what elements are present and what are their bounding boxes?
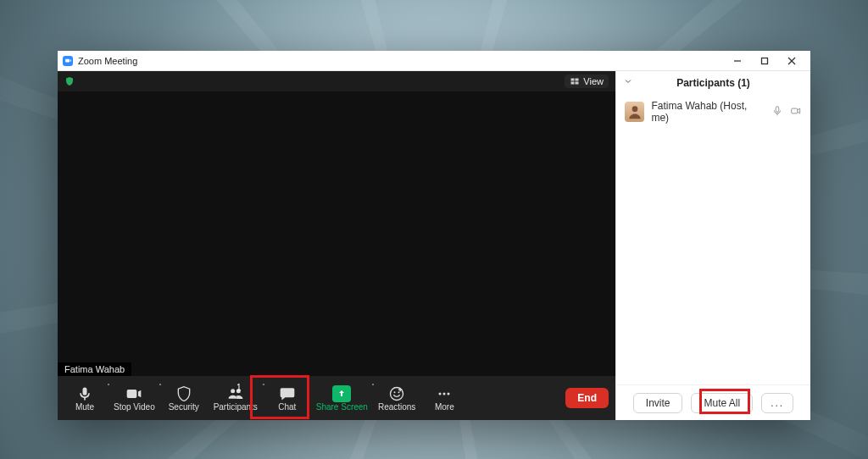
mute-button[interactable]: Mute ˄ <box>61 378 108 418</box>
encryption-shield-icon[interactable] <box>64 76 75 86</box>
window-close-button[interactable] <box>778 51 805 71</box>
zoom-app-icon <box>63 56 73 66</box>
svg-point-14 <box>632 106 637 112</box>
zoom-window: Zoom Meeting View <box>58 51 810 420</box>
invite-button[interactable]: Invite <box>633 393 683 413</box>
svg-point-10 <box>398 391 400 393</box>
more-label: More <box>435 402 454 412</box>
participants-button[interactable]: 1 Participants ˄ <box>208 378 264 418</box>
security-label: Security <box>169 402 199 412</box>
share-screen-icon <box>332 385 351 402</box>
collapse-panel-button[interactable] <box>623 76 633 88</box>
window-title: Zoom Meeting <box>78 56 137 66</box>
participant-row[interactable]: Fatima Wahab (Host, me) <box>616 95 810 129</box>
participants-more-button[interactable]: ... <box>761 393 793 413</box>
participant-name: Fatima Wahab (Host, me) <box>651 100 765 124</box>
meeting-toolbar: Mute ˄ Stop Video ˄ Security <box>58 376 615 420</box>
svg-rect-16 <box>792 108 798 113</box>
titlebar: Zoom Meeting <box>58 51 810 71</box>
svg-rect-5 <box>576 79 579 81</box>
participant-count-badge: 1 <box>236 383 242 392</box>
stop-video-label: Stop Video <box>114 402 155 412</box>
share-screen-button[interactable]: Share Screen ˄ <box>311 378 373 418</box>
svg-point-12 <box>443 392 446 395</box>
participants-panel-header: Participants (1) <box>616 71 810 95</box>
reactions-button[interactable]: Reactions <box>373 378 420 418</box>
svg-rect-15 <box>776 106 779 111</box>
svg-point-11 <box>439 392 442 395</box>
window-maximize-button[interactable] <box>751 51 778 71</box>
mute-all-button[interactable]: Mute All <box>691 393 753 413</box>
mute-label: Mute <box>75 402 94 412</box>
view-button[interactable]: View <box>565 75 609 88</box>
video-canvas: Fatima Wahab <box>58 91 615 376</box>
chat-button[interactable]: Chat <box>264 378 311 418</box>
window-minimize-button[interactable] <box>724 51 751 71</box>
participants-list: Fatima Wahab (Host, me) <box>616 95 810 384</box>
reactions-icon <box>388 385 405 402</box>
stop-video-button[interactable]: Stop Video ˄ <box>108 378 160 418</box>
video-camera-icon <box>125 385 142 402</box>
participants-panel: Participants (1) Fatima Wahab (Host, me) <box>615 71 810 420</box>
end-meeting-button[interactable]: End <box>565 388 609 408</box>
chat-icon <box>279 385 296 402</box>
shield-icon <box>175 385 192 402</box>
video-area: View Fatima Wahab Mute ˄ S <box>58 71 615 420</box>
microphone-icon <box>771 105 783 119</box>
view-label: View <box>583 76 604 86</box>
svg-point-13 <box>448 392 450 395</box>
participant-name-tag: Fatima Wahab <box>58 362 131 376</box>
share-screen-label: Share Screen <box>316 402 368 412</box>
participants-label: Participants <box>214 402 258 412</box>
security-button[interactable]: Security <box>160 378 208 418</box>
reactions-label: Reactions <box>378 402 415 412</box>
svg-rect-6 <box>571 82 575 85</box>
microphone-icon <box>76 385 93 402</box>
video-camera-icon <box>790 105 802 119</box>
more-icon <box>436 385 453 402</box>
svg-rect-1 <box>762 58 768 64</box>
chat-label: Chat <box>278 402 296 412</box>
participants-footer: Invite Mute All ... <box>616 384 810 420</box>
participants-title: Participants (1) <box>676 77 750 89</box>
svg-rect-4 <box>571 79 575 81</box>
avatar <box>625 102 644 122</box>
svg-point-9 <box>394 391 396 393</box>
svg-rect-7 <box>576 82 579 85</box>
more-button[interactable]: More <box>420 378 468 418</box>
